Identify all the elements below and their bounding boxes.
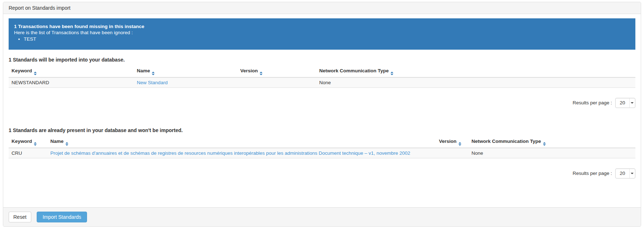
results-per-page-select[interactable]: 20 (615, 98, 635, 108)
column-header-network-communication-type[interactable]: Network Communication Type (469, 137, 635, 148)
report-panel: Report on Standards import 1 Transaction… (3, 2, 641, 227)
results-per-page-select[interactable]: 20 (615, 168, 635, 178)
select-caret (629, 98, 635, 108)
sort-icon (458, 142, 461, 146)
selected-value: 20 (616, 100, 629, 105)
sort-icon (152, 72, 155, 75)
cell-version (436, 148, 469, 158)
page-title: Report on Standards import (9, 5, 70, 11)
missing-transactions-alert: 1 Transactions have been found missing i… (9, 18, 635, 50)
standard-name-link[interactable]: New Standard (137, 80, 168, 85)
alert-subtitle: Here is the list of Transactions that ha… (14, 30, 630, 36)
sort-icon (260, 72, 262, 75)
cell-network-communication-type: None (316, 77, 635, 88)
column-header-label: Name (137, 68, 150, 73)
sort-icon (390, 72, 393, 75)
table-row: NEWSTANDARD New Standard None (9, 77, 635, 88)
results-per-page-label: Results per page : (572, 171, 612, 176)
list-item: TEST (24, 36, 630, 42)
cell-network-communication-type: None (469, 148, 635, 158)
table-row: CRU Projet de schémas d'annuaires et de … (9, 148, 635, 158)
column-header-keyword[interactable]: Keyword (9, 66, 134, 77)
column-header-keyword[interactable]: Keyword (9, 137, 47, 148)
existing-standards-table: Keyword Name Version Network Communicati… (9, 137, 635, 158)
sort-icon (65, 142, 68, 146)
select-caret (629, 169, 635, 178)
results-per-page-label: Results per page : (572, 100, 612, 105)
sort-icon (34, 72, 37, 75)
page: Report on Standards import 1 Transaction… (0, 0, 644, 235)
column-header-name[interactable]: Name (47, 137, 436, 148)
alert-title: 1 Transactions have been found missing i… (14, 23, 630, 30)
column-header-network-communication-type[interactable]: Network Communication Type (316, 66, 635, 77)
panel-footer: Reset Import Standards (3, 207, 641, 226)
section-heading-import: 1 Standards will be imported into your d… (9, 57, 635, 63)
table-header-row: Keyword Name Version Network Communicati… (9, 137, 635, 148)
column-header-label: Network Communication Type (319, 68, 389, 73)
sort-icon (34, 142, 37, 146)
import-standards-button[interactable]: Import Standards (37, 212, 87, 222)
cell-keyword: CRU (9, 148, 47, 158)
column-header-label: Keyword (12, 68, 32, 73)
standard-name-link[interactable]: Projet de schémas d'annuaires et de sché… (50, 150, 410, 156)
panel-header: Report on Standards import (3, 2, 641, 14)
cell-version (237, 77, 316, 88)
cell-keyword: NEWSTANDARD (9, 77, 134, 88)
table-header-row: Keyword Name Version Network Communicati… (9, 66, 635, 77)
cell-name: Projet de schémas d'annuaires et de sché… (47, 148, 436, 158)
column-header-label: Name (50, 139, 64, 144)
results-per-page-bar: Results per page : 20 (9, 168, 635, 178)
column-header-label: Version (439, 139, 457, 144)
column-header-version[interactable]: Version (237, 66, 316, 77)
panel-body: 1 Transactions have been found missing i… (3, 14, 641, 178)
import-standards-table: Keyword Name Version Network Communicati… (9, 66, 635, 88)
chevron-down-icon (631, 102, 634, 104)
selected-value: 20 (616, 171, 629, 176)
column-header-name[interactable]: Name (134, 66, 238, 77)
column-header-label: Version (240, 68, 258, 73)
cell-name: New Standard (134, 77, 238, 88)
column-header-label: Keyword (12, 139, 32, 144)
column-header-label: Network Communication Type (471, 139, 541, 144)
chevron-down-icon (631, 173, 634, 174)
sort-icon (543, 142, 546, 146)
results-per-page-bar: Results per page : 20 (9, 98, 635, 108)
ignored-transactions-list: TEST (14, 36, 630, 42)
column-header-version[interactable]: Version (436, 137, 469, 148)
section-heading-already-present: 1 Standards are already present in your … (9, 127, 635, 133)
reset-button[interactable]: Reset (9, 212, 31, 222)
